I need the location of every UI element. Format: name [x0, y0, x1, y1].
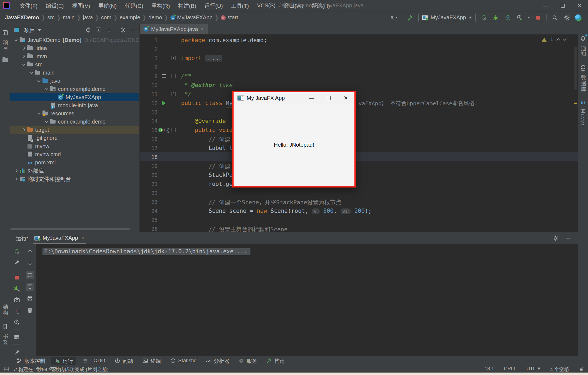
trash-icon[interactable] — [26, 306, 34, 314]
code-line-15[interactable]: 15O↑@− public void — [140, 125, 578, 134]
hide-run-panel-icon[interactable]: — — [564, 234, 572, 242]
override-marker-icon[interactable]: O — [158, 128, 163, 132]
collapse-all-icon[interactable] — [105, 26, 112, 33]
tool-window-switcher-icon[interactable] — [4, 366, 9, 372]
tool-button-书签[interactable]: 书签 — [1, 323, 9, 347]
menu-item-代码(C)[interactable]: 代码(C) — [121, 0, 148, 11]
popup-maximize-icon[interactable] — [320, 92, 337, 104]
menu-item-工具(T)[interactable]: 工具(T) — [227, 0, 253, 11]
code-line-18[interactable]: 18 — [140, 152, 578, 161]
clock-run-icon[interactable] — [516, 14, 523, 21]
tab-myjavafxapp[interactable]: C MyJavaFXApp.java × — [140, 24, 208, 34]
code-line-2[interactable]: 2 — [140, 45, 578, 54]
tree-row-.idea[interactable]: .idea — [10, 44, 139, 52]
fold-expand-icon[interactable]: + — [171, 56, 176, 60]
tree-row-module-info.java[interactable]: module-info.java — [10, 101, 139, 109]
editor-scrollbar[interactable] — [574, 47, 577, 90]
code-line-16[interactable]: 16 // 创建 — [140, 134, 578, 143]
tree-chevron-icon[interactable] — [28, 72, 34, 73]
tool-window-button-服务[interactable]: 服务 — [235, 357, 260, 365]
close-tab-icon[interactable]: × — [201, 26, 204, 32]
arrow-up-icon[interactable] — [26, 248, 34, 256]
tree-row-临时文件和控制台[interactable]: 临时文件和控制台 — [10, 175, 139, 183]
tree-row-resources[interactable]: resources — [10, 109, 139, 118]
build-status-message[interactable]: // 构建在 2秒942毫秒内成功完成 (片刻之前) — [14, 365, 109, 373]
tree-chevron-icon[interactable] — [36, 80, 42, 82]
chevron-down-icon[interactable] — [528, 17, 530, 18]
close-run-tab-icon[interactable]: × — [81, 235, 84, 241]
tool-button-结构[interactable]: 结构 — [1, 303, 9, 317]
expand-all-icon[interactable] — [95, 26, 102, 33]
gradient-sphere-icon[interactable] — [575, 14, 581, 21]
tool-window-button-问题[interactable]: 问题 — [111, 357, 136, 365]
inspections-widget[interactable]: 1 — [542, 37, 566, 42]
run-console[interactable]: E:\Downloads\CodesDownloads\jdk\jdk-17.0… — [36, 244, 578, 356]
wrench-icon[interactable] — [13, 259, 21, 266]
code-line-17[interactable]: 17 Label l — [140, 143, 578, 152]
settings-icon[interactable] — [119, 26, 126, 33]
camera-icon[interactable] — [13, 296, 21, 304]
code-line-21[interactable]: 21 root.ge — [140, 179, 578, 188]
rerun-icon[interactable] — [480, 14, 488, 21]
code-line-1[interactable]: 1package com.example.demo; — [140, 36, 578, 45]
profiler-icon[interactable] — [504, 14, 512, 21]
breadcrumb-item-src[interactable]: src — [46, 14, 56, 21]
prev-issue-icon[interactable] — [556, 38, 560, 42]
fold-collapse-icon[interactable]: − — [171, 74, 176, 78]
tool-window-button-分析器[interactable]: 分析器 — [202, 357, 232, 365]
tree-row-.mvn[interactable]: .mvn — [10, 52, 139, 60]
code-line-10[interactable]: 10 * @author luke — [140, 81, 578, 90]
clock-cursor-icon[interactable] — [13, 318, 21, 326]
tool-button-Maven[interactable]: mMaven — [580, 99, 586, 129]
tool-window-button-运行[interactable]: 运行 — [51, 357, 76, 365]
search-icon[interactable] — [551, 14, 559, 21]
breadcrumb-item-java[interactable]: java — [82, 14, 94, 21]
tree-chevron-icon[interactable] — [21, 129, 27, 131]
tree-row-target[interactable]: target — [10, 126, 139, 134]
breadcrumb-item-com[interactable]: com — [100, 14, 112, 21]
scroll-end-icon[interactable] — [26, 283, 34, 291]
minimize-icon[interactable]: — — [537, 0, 554, 11]
tree-chevron-icon[interactable] — [21, 64, 27, 65]
tree-chevron-icon[interactable] — [13, 39, 19, 41]
console-output-line[interactable]: E:\Downloads\CodesDownloads\jdk\jdk-17.0… — [42, 248, 250, 255]
arrow-down-icon[interactable] — [26, 259, 34, 268]
line-separator[interactable]: CRLF — [504, 366, 517, 372]
tree-chevron-icon[interactable] — [13, 178, 19, 180]
exit-icon[interactable] — [13, 307, 21, 315]
tree-row-java[interactable]: java — [10, 77, 139, 85]
locate-icon[interactable] — [85, 26, 92, 33]
tree-row-main[interactable]: main — [10, 69, 139, 77]
printer-icon[interactable] — [26, 294, 34, 303]
pin-icon[interactable] — [13, 348, 21, 356]
lock-icon[interactable] — [579, 366, 584, 372]
tree-row-mvnw[interactable]: ›mvnw — [10, 142, 139, 150]
popup-minimize-icon[interactable]: — — [303, 92, 320, 104]
horizontal-scrollbar[interactable] — [10, 228, 130, 230]
tree-row-JavaFXDemo[interactable]: JavaFXDemo[Demo]D:\IDEAProjects\JCNCProj… — [10, 36, 139, 44]
menu-item-导航(N)[interactable]: 导航(N) — [94, 0, 121, 11]
stop-icon[interactable] — [13, 274, 21, 281]
code-line-11[interactable]: 11ˆ */ — [140, 90, 578, 99]
tree-chevron-icon[interactable] — [21, 55, 27, 57]
indent-setting[interactable]: 4 个空格 — [550, 365, 569, 373]
breadcrumb-item-start[interactable]: mstart — [220, 14, 239, 21]
soft-wrap-icon[interactable] — [26, 271, 34, 279]
tool-button-通知[interactable]: 通知 — [579, 35, 587, 59]
fold-end-icon[interactable]: ˆ — [171, 92, 176, 96]
code-line-3[interactable]: 3+import ... — [140, 54, 578, 63]
tool-window-button-Statistic[interactable]: Statistic — [167, 357, 200, 365]
tool-window-button-版本控制[interactable]: 版本控制 — [13, 357, 48, 365]
debug-icon[interactable] — [492, 14, 500, 21]
rerun-icon[interactable] — [13, 248, 21, 255]
code-line-9[interactable]: 9−/** — [140, 72, 578, 81]
menu-item-文件(F)[interactable]: 文件(F) — [16, 0, 42, 11]
next-issue-icon[interactable] — [563, 37, 567, 41]
tree-row-src[interactable]: src — [10, 60, 139, 69]
run-tab[interactable]: MyJavaFXApp × — [33, 232, 86, 244]
tree-row-com.example.demo[interactable]: com.example.demo — [10, 85, 139, 93]
menu-item-运行(U)[interactable]: 运行(U) — [200, 0, 227, 11]
tool-window-button-TODO[interactable]: TODO — [79, 357, 109, 365]
run-settings-gear-icon[interactable] — [552, 234, 560, 242]
tree-row-MyJavaFXApp[interactable]: CMyJavaFXApp — [10, 93, 139, 101]
